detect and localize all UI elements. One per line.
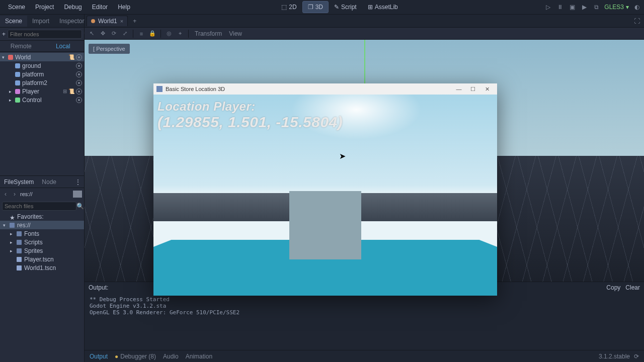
visibility-icon[interactable] [76,88,82,95]
play-project-icon[interactable]: ▷ [544,3,552,11]
menu-scene[interactable]: Scene [3,2,30,13]
menu-bar: Scene Project Debug Editor Help ⬚2D ❒3D … [0,0,644,15]
distraction-free-icon[interactable]: ⛶ [630,18,644,25]
menu-help[interactable]: Help [113,2,135,13]
bottom-tab-animation[interactable]: Animation [186,353,212,360]
mode-assetlib[interactable]: ⊞AssetLib [362,1,404,13]
remote-local-switch: Remote Local [0,41,84,52]
fs-item-world1-tscn[interactable]: World1.tscn [0,263,84,272]
fs-fwd-icon[interactable]: › [11,191,18,198]
settings-icon[interactable]: ◐ [633,3,641,11]
fs-item-favorites-[interactable]: ★Favorites: [0,212,84,221]
scene-node-platform[interactable]: platform [0,70,84,78]
play-scene-icon[interactable]: ▶ [580,3,588,11]
fs-view-toggle-icon[interactable] [73,191,82,198]
perspective-badge[interactable]: [ Perspective [89,44,130,54]
scene-tab-label: World1 [98,18,117,25]
game-viewport[interactable]: Location Player: (1.29855, 1.501, -15.58… [153,95,497,296]
fs-item-player-tscn[interactable]: Player.tscn [0,255,84,263]
local-space-icon[interactable]: ◎ [164,29,174,38]
rotate-tool-icon[interactable]: ⟳ [109,29,119,38]
mode-2d[interactable]: ⬚2D [276,1,302,13]
minimize-icon[interactable]: — [452,86,466,92]
play-custom-icon[interactable]: ⧉ [592,3,600,11]
menu-editor[interactable]: Editor [87,2,113,13]
scene-tree[interactable]: ▾World📜groundplatformplatform2▸Player⊞📜▸… [0,52,84,105]
game-platform [289,191,361,259]
mode-3d[interactable]: ❒3D [302,1,329,13]
scene-node-platform2[interactable]: platform2 [0,78,84,87]
game-overlay-text: Location Player: (1.29855, 1.501, -15.58… [157,100,343,131]
output-log[interactable]: ** Debug Process Started Godot Engine v3… [85,293,644,350]
fs-search-input[interactable] [2,202,76,211]
maximize-icon[interactable]: ☐ [466,86,480,93]
visibility-icon[interactable] [76,63,82,69]
snap-icon[interactable]: ⌖ [175,29,185,38]
filesystem-list[interactable]: ★Favorites:▾res://▸Fonts▸Scripts▸Sprites… [0,212,84,362]
pause-icon[interactable]: ⏸ [556,3,564,11]
menu-project[interactable]: Project [30,2,59,13]
visibility-icon[interactable] [76,97,82,103]
add-node-icon[interactable]: + [2,31,6,38]
visibility-icon[interactable] [76,71,82,77]
overlay-label: Location Player: [157,100,343,114]
snap-list-icon[interactable]: ≡ [136,29,146,38]
tab-import[interactable]: Import [27,16,54,27]
scene-tab-world1[interactable]: World1 × [87,16,128,26]
new-scene-icon[interactable]: + [128,18,141,25]
output-title: Output: [89,284,108,291]
visibility-icon[interactable] [76,80,82,86]
game-window-titlebar[interactable]: Basic Store Location 3D — ☐ ✕ [153,83,497,95]
fs-item-scripts[interactable]: ▸Scripts [0,238,84,246]
bottom-tab-output[interactable]: Output [90,353,108,360]
left-dock: Scene Import Inspector ⋮ + 🔍 ✦ Remote Lo… [0,15,85,362]
view-menu[interactable]: View [226,30,245,37]
game-window-title: Basic Store Location 3D [166,86,225,92]
workspace-switcher: ⬚2D ❒3D ✎Script ⊞AssetLib [135,1,544,13]
tab-node[interactable]: Node [38,176,60,188]
game-window[interactable]: Basic Store Location 3D — ☐ ✕ Location P… [153,83,497,296]
fs-dock-menu-icon[interactable]: ⋮ [72,178,84,186]
menu-debug[interactable]: Debug [59,2,87,13]
bottom-tab-audio[interactable]: Audio [163,353,179,360]
move-tool-icon[interactable]: ✥ [98,29,108,38]
viewport-toolbar: ↖ ✥ ⟳ ⤢ ≡ 🔒 ◎ ⌖ Transform View [85,28,644,40]
scene-toolbar: + 🔍 ✦ [0,28,84,41]
bottom-tab-debugger[interactable]: Debugger (8) [115,353,156,360]
local-tab[interactable]: Local [42,41,85,51]
stop-icon[interactable]: ▣ [568,3,576,11]
close-tab-icon[interactable]: × [120,18,123,24]
tab-inspector[interactable]: Inspector [54,16,89,27]
tab-filesystem[interactable]: FileSystem [0,176,38,188]
fs-item-sprites[interactable]: ▸Sprites [0,246,84,255]
scene-node-world[interactable]: ▾World📜 [0,53,84,61]
game-window-icon [156,86,163,92]
script-icon[interactable]: 📜 [68,54,74,60]
select-tool-icon[interactable]: ↖ [87,29,97,38]
close-icon[interactable]: ✕ [480,86,494,93]
instance-icon[interactable]: ⊞ [63,88,67,94]
fs-item-res-[interactable]: ▾res:// [0,221,84,229]
scene-node-ground[interactable]: ground [0,61,84,70]
remote-tab[interactable]: Remote [0,41,42,51]
fs-back-icon[interactable]: ‹ [2,191,9,198]
tab-scene[interactable]: Scene [0,16,27,27]
lock-icon[interactable]: 🔒 [147,29,157,38]
update-spinner-icon[interactable]: ⟳ [634,353,639,360]
mode-script[interactable]: ✎Script [329,1,362,13]
scene-modified-icon [91,19,95,23]
transform-menu[interactable]: Transform [192,30,225,37]
fs-path-label: res:// [20,191,71,197]
version-label: 3.1.2.stable [599,353,630,360]
script-icon[interactable]: 📜 [68,88,74,94]
scene-node-control[interactable]: ▸Control [0,96,84,104]
fs-item-fonts[interactable]: ▸Fonts [0,229,84,238]
output-copy-button[interactable]: Copy [606,284,620,291]
output-clear-button[interactable]: Clear [625,284,640,291]
scale-tool-icon[interactable]: ⤢ [120,29,130,38]
renderer-label[interactable]: GLES3▾ [604,4,629,11]
visibility-icon[interactable] [76,54,82,60]
filter-nodes-input[interactable] [8,30,82,39]
fs-search-icon[interactable]: 🔍 [76,203,84,210]
scene-node-player[interactable]: ▸Player⊞📜 [0,87,84,96]
